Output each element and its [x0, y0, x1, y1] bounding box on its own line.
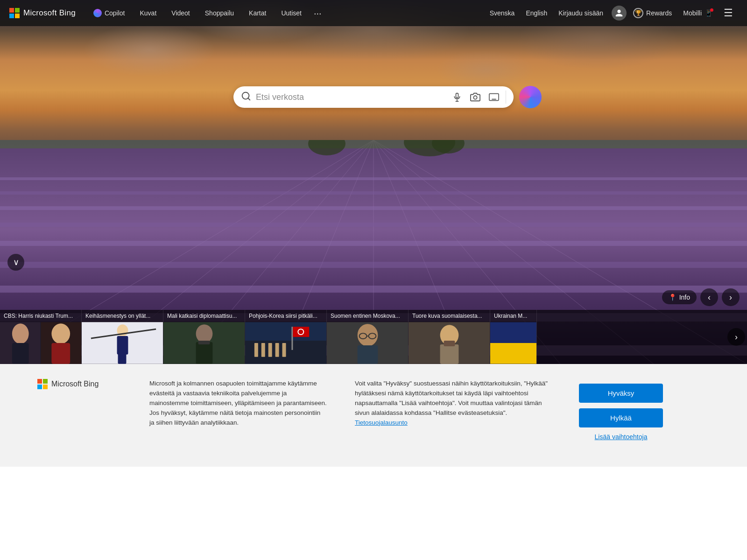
nav-kartat[interactable]: Kartat — [242, 7, 273, 20]
svg-rect-50 — [196, 342, 213, 364]
search-icon — [241, 91, 251, 104]
consent-logo-text: Microsoft Bing — [51, 380, 99, 388]
next-news-button[interactable]: › — [722, 288, 740, 306]
nav-more-button[interactable]: ··· — [310, 6, 325, 21]
nav-uutiset[interactable]: Uutiset — [275, 7, 308, 20]
nav-kuvat-label: Kuvat — [140, 9, 157, 17]
copilot-search-button[interactable] — [519, 86, 542, 108]
news-item-2[interactable]: Mali katkaisi diplomaattisu... — [163, 310, 245, 364]
nav-videot[interactable]: Videot — [165, 7, 196, 20]
news-item-6[interactable]: Ukrainan M... — [490, 310, 537, 364]
search-bar — [233, 86, 514, 108]
svg-rect-71 — [440, 344, 459, 364]
svg-rect-58 — [282, 343, 286, 357]
consent-text-1: Microsoft ja kolmannen osapuolen toimitt… — [149, 379, 327, 428]
news-title-4: Suomen entinen Moskova... — [327, 310, 408, 322]
news-thumb-1 — [82, 322, 163, 364]
location-pin-icon: 📍 — [669, 294, 677, 301]
news-item-1[interactable]: Keihäsmenestys on yllät... — [82, 310, 163, 364]
news-thumb-6 — [490, 322, 536, 364]
news-item-5[interactable]: Tuore kuva suomalaisesta... — [409, 310, 490, 364]
phone-notification-dot — [710, 8, 713, 12]
news-nav-right-button[interactable]: › — [727, 328, 745, 346]
svg-rect-54 — [254, 343, 258, 357]
svg-point-62 — [298, 329, 303, 334]
news-item-4[interactable]: Suomen entinen Moskova... — [327, 310, 409, 364]
nav-kuvat[interactable]: Kuvat — [134, 7, 163, 20]
news-item-0[interactable]: CBS: Harris niukasti Trum... — [0, 310, 82, 364]
bottom-overlay: ∨ 📍 Info ‹ › CBS: Harris niukasti Trum..… — [0, 285, 747, 364]
svg-rect-47 — [118, 354, 127, 364]
news-title-1: Keihäsmenestys on yllät... — [82, 310, 163, 322]
hamburger-menu[interactable]: ☰ — [719, 4, 738, 22]
news-title-0: CBS: Harris niukasti Trum... — [0, 310, 81, 322]
svg-point-26 — [473, 96, 477, 99]
consent-panel: Microsoft Bing Microsoft ja kolmannen os… — [0, 364, 747, 467]
nav-english[interactable]: English — [521, 7, 552, 20]
hero-section: ∨ 📍 Info ‹ › CBS: Harris niukasti Trum..… — [0, 0, 747, 364]
svg-rect-45 — [117, 336, 128, 355]
svg-rect-13 — [0, 223, 747, 227]
visual-search-button[interactable] — [468, 90, 482, 104]
voice-search-button[interactable] — [451, 91, 464, 104]
nav-mobile[interactable]: Mobilli 📱 — [678, 7, 717, 20]
nav-shoppailu-label: Shoppailu — [205, 9, 234, 17]
nav-uutiset-label: Uutiset — [281, 9, 302, 17]
search-input[interactable] — [256, 92, 446, 102]
svg-rect-42 — [51, 343, 70, 364]
svg-point-39 — [12, 323, 29, 344]
news-title-3: Pohjois-Korea siirsi pitkäli... — [245, 310, 326, 322]
scroll-down-button[interactable]: ∨ — [7, 254, 24, 271]
news-strip: CBS: Harris niukasti Trum... Keihäsmenes… — [0, 310, 747, 364]
search-container — [233, 86, 514, 108]
svg-point-64 — [358, 324, 378, 346]
nav-avatar[interactable] — [612, 6, 627, 21]
news-thumb-4 — [327, 322, 408, 364]
bing-logo[interactable]: Microsoft Bing — [9, 8, 76, 18]
consent-ms-logo-icon — [37, 379, 48, 389]
nav-mobile-label: Mobilli — [683, 9, 702, 17]
nav-kartat-label: Kartat — [249, 9, 266, 17]
logo-text: Microsoft Bing — [23, 8, 76, 18]
more-options-button[interactable]: Lisää vaihtoehtoja — [595, 433, 648, 441]
svg-rect-73 — [490, 322, 536, 343]
svg-rect-40 — [12, 343, 29, 364]
news-item-3[interactable]: Pohjois-Korea siirsi pitkäli... — [245, 310, 327, 364]
prev-news-button[interactable]: ‹ — [700, 288, 718, 306]
reject-button[interactable]: Hylkää — [579, 408, 663, 427]
navbar: Microsoft Bing Copilot Kuvat Videot Shop… — [0, 0, 747, 26]
consent-privacy-link[interactable]: Tietosuojalausunto — [355, 419, 408, 426]
nav-signin[interactable]: Kirjaudu sisään — [554, 7, 608, 20]
nav-rewards[interactable]: 🏆 Rewards — [628, 5, 677, 21]
nav-rewards-label: Rewards — [646, 9, 672, 17]
svg-rect-65 — [358, 345, 378, 364]
phone-icon-wrapper: 📱 — [705, 9, 712, 17]
microsoft-logo-icon — [9, 8, 20, 18]
keyboard-search-button[interactable] — [487, 91, 501, 104]
nav-copilot[interactable]: Copilot — [87, 6, 132, 20]
consent-logo-area: Microsoft Bing — [37, 379, 121, 400]
svg-rect-72 — [444, 341, 455, 346]
svg-rect-25 — [456, 93, 458, 98]
svg-rect-51 — [198, 341, 210, 344]
news-thumb-2 — [163, 322, 245, 364]
consent-actions: Hyväksy Hylkää Lisää vaihtoehtoja — [579, 379, 663, 441]
info-button[interactable]: 📍 Info — [662, 290, 697, 304]
info-label: Info — [679, 294, 690, 301]
info-bar: 📍 Info ‹ › — [0, 285, 747, 310]
news-thumb-3 — [245, 322, 326, 364]
news-title-6: Ukrainan M... — [490, 310, 536, 322]
nav-copilot-label: Copilot — [105, 9, 125, 17]
nav-shoppailu[interactable]: Shoppailu — [198, 7, 240, 20]
svg-rect-55 — [261, 343, 265, 357]
nav-videot-label: Videot — [171, 9, 190, 17]
svg-rect-19 — [0, 140, 747, 148]
news-title-5: Tuore kuva suomalaisesta... — [409, 310, 490, 322]
svg-rect-11 — [0, 191, 747, 195]
nav-svenska[interactable]: Svenska — [485, 7, 520, 20]
svg-rect-12 — [0, 206, 747, 210]
accept-button[interactable]: Hyväksy — [579, 384, 663, 403]
svg-rect-14 — [0, 241, 747, 246]
svg-rect-10 — [0, 177, 747, 180]
svg-rect-59 — [291, 327, 293, 350]
